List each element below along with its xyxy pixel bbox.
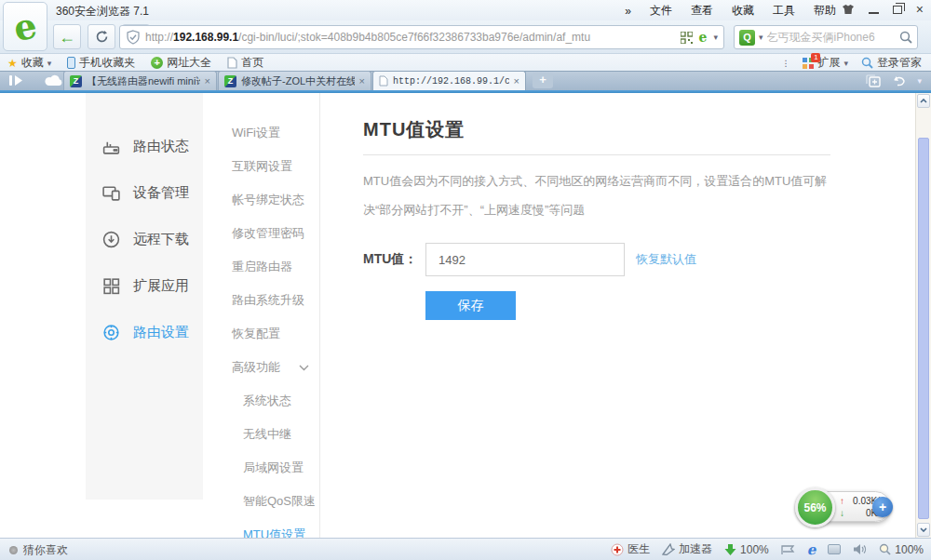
submenu-internet-settings[interactable]: 互联网设置 — [203, 150, 319, 183]
sidebar-item-router-status[interactable]: 路由状态 — [86, 123, 203, 169]
submenu-label: 修改管理密码 — [232, 225, 304, 242]
cloud-sync-icon[interactable] — [45, 74, 63, 87]
download-status-button[interactable]: 100% — [724, 543, 769, 556]
sidebar-item-extended-apps[interactable]: 扩展应用 — [86, 262, 203, 309]
ie-mode-icon[interactable]: e — [807, 541, 816, 558]
submenu-system-upgrade[interactable]: 路由系统升级 — [203, 284, 319, 317]
restore-icon[interactable] — [893, 6, 902, 14]
zoom-magnifier-icon — [879, 543, 891, 555]
refresh-button[interactable] — [88, 24, 115, 49]
address-dropdown-icon[interactable]: ▾ — [713, 33, 718, 42]
submenu-wireless-relay[interactable]: 无线中继 — [203, 418, 319, 451]
tab-bar: Z 【无线路由器newifi mini论坛 × Z 修改帖子-ZOL中关村在线 … — [0, 71, 931, 90]
chevron-up-icon — [920, 99, 927, 103]
bookmark-homepage[interactable]: 首页 — [227, 55, 263, 71]
menu-help[interactable]: 帮助 — [814, 3, 836, 19]
mtu-value-input[interactable] — [425, 243, 625, 276]
save-button[interactable]: 保存 — [425, 291, 516, 320]
menu-tools[interactable]: 工具 — [773, 3, 795, 19]
extensions-button[interactable]: 1 扩展 ▾ — [803, 55, 848, 71]
extensions-label: 扩展 — [817, 55, 840, 71]
close-icon[interactable]: × — [916, 3, 924, 16]
vertical-scrollbar[interactable] — [915, 93, 931, 538]
guess-you-like-label: 猜你喜欢 — [23, 542, 68, 558]
bookmark-site-directory[interactable]: + 网址大全 — [151, 55, 211, 71]
network-speed-widget[interactable]: 56% ↑ 0.03K/s ↓ 0K/s + — [797, 491, 891, 522]
tab-label: 【无线路由器newifi mini论坛 — [87, 74, 200, 88]
sidebar-panel-icon[interactable] — [828, 544, 841, 554]
submenu-qos-limit[interactable]: 智能QoS限速 — [203, 485, 319, 518]
url-protocol: http:// — [145, 31, 173, 44]
submenu-restore-config[interactable]: 恢复配置 — [203, 317, 319, 351]
submenu-lan-settings[interactable]: 局域网设置 — [203, 451, 319, 485]
submenu-change-password[interactable]: 修改管理密码 — [203, 217, 319, 250]
sidebar-item-device-management[interactable]: 设备管理 — [86, 169, 203, 216]
search-input[interactable] — [767, 31, 896, 44]
submenu-label: 高级功能 — [232, 359, 280, 376]
tab-router-admin[interactable]: http://192.168.99.1/cgi-bi × — [372, 71, 526, 90]
router-icon — [101, 137, 121, 156]
new-tab-button[interactable]: + — [533, 73, 553, 88]
sidebar-item-remote-download[interactable]: 远程下载 — [86, 216, 203, 262]
report-flag-icon[interactable] — [781, 544, 795, 555]
menu-more-icon[interactable]: » — [625, 5, 631, 18]
widget-add-button[interactable]: + — [872, 497, 893, 517]
menu-view[interactable]: 查看 — [691, 3, 713, 19]
tab-close-icon[interactable]: × — [359, 76, 365, 87]
submenu-advanced-features[interactable]: 高级功能 — [203, 351, 319, 384]
skin-icon[interactable] — [842, 4, 855, 15]
bookmark-phone-favorites[interactable]: 手机收藏夹 — [67, 55, 135, 71]
tab-close-icon[interactable]: × — [514, 76, 519, 87]
browser-logo[interactable]: e — [3, 2, 47, 51]
submenu-wifi-settings[interactable]: WiFi设置 — [203, 116, 319, 150]
scroll-up-button[interactable] — [917, 94, 930, 108]
extensions-dropdown-icon[interactable]: ▾ — [843, 59, 848, 68]
speaker-icon[interactable] — [853, 543, 867, 555]
tab-list-icon[interactable] — [9, 74, 24, 87]
site-shield-icon[interactable] — [126, 30, 141, 45]
search-engine-icon[interactable]: Q — [739, 30, 755, 46]
browser-doctor-button[interactable]: 医生 — [611, 541, 650, 557]
zoom-level-button[interactable]: 100% — [879, 543, 924, 556]
speed-mode-icon[interactable]: e — [699, 30, 708, 45]
tab-zol-edit-post[interactable]: Z 修改帖子-ZOL中关村在线 × — [218, 71, 371, 90]
sidebar-label: 路由状态 — [133, 138, 189, 155]
submenu-restart-router[interactable]: 重启路由器 — [203, 250, 319, 284]
url-host: 192.168.99.1 — [173, 31, 238, 44]
favorites-dropdown-icon[interactable]: ▾ — [47, 59, 52, 68]
tab-close-icon[interactable]: × — [205, 76, 210, 87]
guess-you-like-button[interactable]: 猜你喜欢 — [9, 542, 68, 558]
search-icon[interactable] — [899, 31, 912, 44]
submenu-label: 帐号绑定状态 — [232, 192, 304, 208]
menu-file[interactable]: 文件 — [650, 3, 672, 19]
scroll-down-button[interactable] — [917, 523, 930, 537]
submenu-divider — [319, 93, 320, 538]
submenu-label: 恢复配置 — [232, 326, 280, 342]
back-button[interactable]: ← — [53, 24, 81, 49]
submenu-label: 互联网设置 — [232, 158, 292, 175]
submenu-account-binding[interactable]: 帐号绑定状态 — [203, 183, 319, 217]
speed-ball[interactable]: 56% — [795, 487, 835, 527]
submenu-label: 智能QoS限速 — [243, 493, 316, 510]
menu-favorites[interactable]: 收藏 — [732, 3, 754, 19]
accelerator-button[interactable]: 加速器 — [662, 541, 712, 557]
dots-divider-icon: ⋮ — [781, 59, 789, 68]
qr-code-icon[interactable] — [681, 32, 693, 44]
upload-arrow-icon: ↑ — [840, 495, 849, 507]
undo-close-tab-icon[interactable] — [892, 75, 906, 87]
tab-newifi-forum[interactable]: Z 【无线路由器newifi mini论坛 × — [63, 71, 217, 90]
restore-tabs-icon[interactable] — [866, 74, 881, 87]
address-bar[interactable]: http://192.168.99.1/cgi-bin/luci/;stok=4… — [119, 25, 724, 49]
sidebar-item-router-settings[interactable]: 路由设置 — [86, 309, 203, 355]
restore-default-link[interactable]: 恢复默认值 — [636, 251, 696, 268]
phone-icon — [67, 57, 75, 69]
login-manager-button[interactable]: 登录管家 — [861, 55, 922, 71]
minimize-icon[interactable] — [869, 5, 879, 14]
scrollbar-thumb[interactable] — [918, 138, 929, 519]
green-download-icon — [724, 543, 736, 556]
tab-options-dropdown-icon[interactable]: ▾ — [917, 76, 922, 86]
search-box[interactable]: Q ▾ — [734, 25, 918, 49]
submenu-system-status[interactable]: 系统状态 — [203, 384, 319, 418]
search-engine-dropdown-icon[interactable]: ▾ — [759, 33, 763, 42]
favorites-button[interactable]: ★ 收藏 ▾ — [7, 55, 51, 71]
